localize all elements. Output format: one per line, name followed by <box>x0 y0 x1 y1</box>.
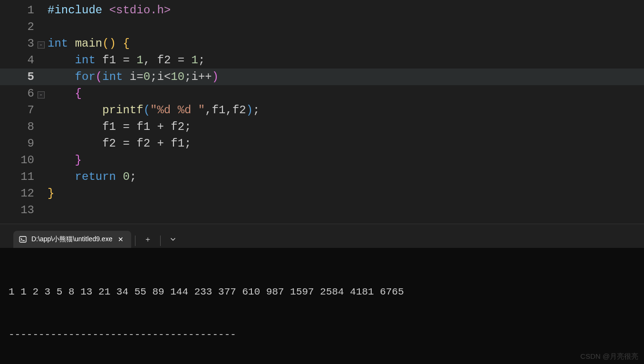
line-number: 7 <box>0 102 37 118</box>
code-content[interactable]: return 0; <box>45 168 136 185</box>
code-content[interactable]: { <box>45 85 82 102</box>
terminal-tab-title: D:\app\小熊猫\untitled9.exe <box>31 235 112 244</box>
code-content[interactable]: } <box>45 152 82 168</box>
terminal-tab-bar: D:\app\小熊猫\untitled9.exe ✕ ＋ <box>0 224 644 248</box>
code-line[interactable]: 7 printf("%d %d ",f1,f2); <box>0 102 644 118</box>
line-number: 8 <box>0 118 37 135</box>
code-line[interactable]: 11 return 0; <box>0 168 644 185</box>
code-line[interactable]: 12} <box>0 185 644 202</box>
new-tab-button[interactable]: ＋ <box>139 231 156 248</box>
line-number: 3 <box>0 35 37 52</box>
line-number: 10 <box>0 152 37 168</box>
line-number: 13 <box>0 202 37 218</box>
code-line[interactable]: 13 <box>0 202 644 218</box>
watermark: CSDN @月亮很亮 <box>580 352 638 361</box>
line-number: 6 <box>0 85 37 102</box>
code-content[interactable]: int main() { <box>45 35 130 52</box>
code-line[interactable]: 4 int f1 = 1, f2 = 1; <box>0 52 644 69</box>
line-number: 12 <box>0 185 37 202</box>
line-number: 4 <box>0 52 37 69</box>
code-line[interactable]: 1#include <stdio.h> <box>0 2 644 19</box>
line-number: 1 <box>0 2 37 19</box>
line-number: 9 <box>0 135 37 152</box>
code-line[interactable]: 10 } <box>0 152 644 168</box>
code-content[interactable]: for(int i=0;i<10;i++) <box>45 69 219 85</box>
line-number: 11 <box>0 168 37 185</box>
svg-rect-0 <box>19 236 26 242</box>
code-line[interactable]: 8 f1 = f1 + f2; <box>0 118 644 135</box>
code-content[interactable]: int f1 = 1, f2 = 1; <box>45 52 205 69</box>
code-line[interactable]: 9 f2 = f2 + f1; <box>0 135 644 152</box>
code-editor[interactable]: 1#include <stdio.h>23-int main() {4 int … <box>0 0 644 226</box>
fold-gutter[interactable]: - <box>37 35 45 52</box>
line-number: 5 <box>0 69 37 85</box>
terminal-icon <box>19 236 27 243</box>
code-content[interactable]: f2 = f2 + f1; <box>45 135 192 152</box>
output-fib-line: 1 1 2 3 5 8 13 21 34 55 89 144 233 377 6… <box>9 285 635 299</box>
code-content[interactable]: } <box>45 185 54 202</box>
tab-divider <box>160 236 161 246</box>
fold-gutter[interactable]: - <box>37 85 45 102</box>
output-separator: -------------------------------------- <box>9 328 635 342</box>
code-line[interactable]: 5 for(int i=0;i<10;i++) <box>0 69 644 85</box>
terminal-output[interactable]: 1 1 2 3 5 8 13 21 34 55 89 144 233 377 6… <box>0 248 644 364</box>
code-content[interactable]: f1 = f1 + f2; <box>45 118 192 135</box>
tab-dropdown-button[interactable] <box>164 231 182 248</box>
code-line[interactable]: 6- { <box>0 85 644 102</box>
terminal-tab[interactable]: D:\app\小熊猫\untitled9.exe ✕ <box>13 231 131 248</box>
terminal-panel: D:\app\小熊猫\untitled9.exe ✕ ＋ 1 1 2 3 5 8… <box>0 224 644 364</box>
code-line[interactable]: 3-int main() { <box>0 35 644 52</box>
code-content[interactable]: #include <stdio.h> <box>45 2 171 19</box>
fold-toggle-icon[interactable]: - <box>38 41 45 49</box>
close-icon[interactable]: ✕ <box>117 235 125 244</box>
fold-toggle-icon[interactable]: - <box>38 91 45 98</box>
chevron-down-icon <box>170 236 176 242</box>
tab-divider <box>135 236 135 246</box>
code-content[interactable]: printf("%d %d ",f1,f2); <box>45 102 260 118</box>
line-number: 2 <box>0 19 37 35</box>
code-line[interactable]: 2 <box>0 19 644 35</box>
